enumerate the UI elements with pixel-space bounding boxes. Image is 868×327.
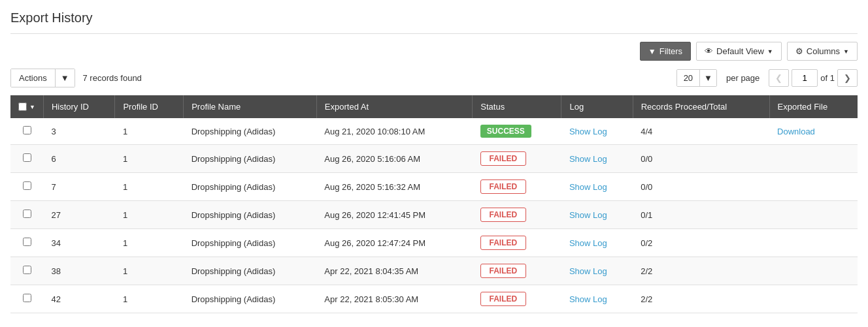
cell-log: Show Log (561, 201, 633, 229)
header-profile-name: Profile Name (184, 95, 317, 118)
cell-profile-name: Dropshipping (Adidas) (184, 285, 317, 313)
cell-exported-file (769, 229, 858, 257)
row-checkbox-cell (10, 145, 43, 173)
toolbar-left: Actions ▼ 7 records found (10, 69, 142, 87)
chevron-left-icon: ❮ (775, 73, 782, 83)
table-row: 381Dropshipping (Adidas)Apr 22, 2021 8:0… (10, 257, 858, 285)
cell-log: Show Log (561, 173, 633, 201)
header-log: Log (561, 95, 633, 118)
cell-log: Show Log (561, 257, 633, 285)
cell-history-id: 3 (43, 118, 115, 145)
row-checkbox-cell (10, 201, 43, 229)
cell-profile-id: 1 (115, 229, 184, 257)
toolbar-bottom: Actions ▼ 7 records found 20 ▼ per page … (10, 69, 858, 87)
toolbar-right: 20 ▼ per page ❮ of 1 ❯ (676, 69, 858, 87)
cell-status: SUCCESS (473, 118, 561, 145)
per-page-label: per page (726, 73, 760, 83)
status-badge: SUCCESS (480, 125, 531, 138)
filters-button[interactable]: ▼ Filters (640, 42, 691, 61)
row-checkbox[interactable] (23, 210, 31, 218)
cell-profile-id: 1 (115, 257, 184, 285)
actions-dropdown-arrow[interactable]: ▼ (55, 69, 75, 87)
cell-profile-id: 1 (115, 173, 184, 201)
cell-profile-name: Dropshipping (Adidas) (184, 118, 317, 145)
header-exported-at: Exported At (316, 95, 472, 118)
status-badge: FAILED (480, 208, 526, 222)
header-checkbox-cell: ▼ (10, 95, 43, 118)
header-profile-id: Profile ID (115, 95, 184, 118)
cell-profile-name: Dropshipping (Adidas) (184, 201, 317, 229)
row-checkbox[interactable] (23, 266, 31, 274)
cell-profile-name: Dropshipping (Adidas) (184, 173, 317, 201)
cell-status: FAILED (473, 201, 561, 229)
cell-profile-name: Dropshipping (Adidas) (184, 257, 317, 285)
show-log-link[interactable]: Show Log (569, 210, 607, 220)
show-log-link[interactable]: Show Log (569, 238, 607, 248)
chevron-down-icon: ▼ (767, 48, 773, 55)
cell-log: Show Log (561, 145, 633, 173)
cell-exported-at: Apr 22, 2021 8:05:30 AM (316, 285, 472, 313)
status-badge: FAILED (480, 264, 526, 278)
status-badge: FAILED (480, 151, 526, 166)
select-all-checkbox[interactable] (18, 102, 27, 111)
row-checkbox-cell (10, 285, 43, 313)
history-table: ▼ History ID Profile ID Profile Name Exp… (10, 95, 858, 313)
toolbar-top: ▼ Filters 👁 Default View ▼ ⚙ Columns ▼ (10, 42, 858, 61)
next-page-button[interactable]: ❯ (837, 69, 858, 87)
cell-history-id: 42 (43, 285, 115, 313)
table-row: 71Dropshipping (Adidas)Aug 26, 2020 5:16… (10, 173, 858, 201)
header-exported-file: Exported File (769, 95, 858, 118)
row-checkbox[interactable] (23, 181, 31, 190)
cell-records: 2/2 (633, 257, 769, 285)
chevron-right-icon: ❯ (844, 73, 851, 83)
show-log-link[interactable]: Show Log (569, 266, 607, 276)
chevron-down-icon: ▼ (843, 48, 849, 55)
prev-page-button[interactable]: ❮ (769, 69, 789, 87)
table-body: 31Dropshipping (Adidas)Aug 21, 2020 10:0… (10, 118, 858, 313)
cell-status: FAILED (473, 229, 561, 257)
download-link[interactable]: Download (777, 127, 815, 136)
page-number-input[interactable] (792, 69, 818, 87)
cell-status: FAILED (473, 145, 561, 173)
actions-label: Actions (11, 69, 55, 87)
gear-icon: ⚙ (795, 46, 803, 56)
show-log-link[interactable]: Show Log (569, 127, 607, 136)
chevron-down-icon[interactable]: ▼ (29, 104, 35, 110)
page-title: Export History (10, 10, 858, 34)
cell-exported-at: Aug 21, 2020 10:08:10 AM (316, 118, 472, 145)
row-checkbox-cell (10, 229, 43, 257)
header-status: Status (473, 95, 561, 118)
table-row: 421Dropshipping (Adidas)Apr 22, 2021 8:0… (10, 285, 858, 313)
cell-log: Show Log (561, 118, 633, 145)
cell-exported-at: Aug 26, 2020 5:16:06 AM (316, 145, 472, 173)
actions-dropdown[interactable]: Actions ▼ (10, 69, 75, 87)
cell-exported-at: Aug 26, 2020 12:47:24 PM (316, 229, 472, 257)
header-history-id: History ID (43, 95, 115, 118)
show-log-link[interactable]: Show Log (569, 294, 607, 304)
cell-exported-file (769, 201, 858, 229)
row-checkbox[interactable] (23, 153, 31, 162)
chevron-down-icon: ▼ (61, 73, 69, 83)
per-page-value: 20 (677, 70, 699, 86)
cell-exported-at: Apr 22, 2021 8:04:35 AM (316, 257, 472, 285)
cell-exported-file: Download (769, 118, 858, 145)
row-checkbox-cell (10, 257, 43, 285)
cell-history-id: 34 (43, 229, 115, 257)
row-checkbox[interactable] (23, 126, 31, 134)
cell-status: FAILED (473, 285, 561, 313)
columns-button[interactable]: ⚙ Columns ▼ (787, 42, 858, 61)
cell-profile-id: 1 (115, 118, 184, 145)
per-page-select[interactable]: 20 ▼ (676, 69, 717, 87)
cell-profile-id: 1 (115, 201, 184, 229)
per-page-arrow[interactable]: ▼ (699, 70, 716, 86)
show-log-link[interactable]: Show Log (569, 154, 607, 164)
show-log-link[interactable]: Show Log (569, 182, 607, 192)
row-checkbox[interactable] (23, 238, 31, 246)
filter-icon: ▼ (648, 47, 656, 56)
cell-profile-name: Dropshipping (Adidas) (184, 229, 317, 257)
cell-records: 2/2 (633, 285, 769, 313)
row-checkbox[interactable] (23, 294, 31, 302)
cell-records: 0/0 (633, 173, 769, 201)
status-badge: FAILED (480, 179, 526, 194)
default-view-button[interactable]: 👁 Default View ▼ (696, 42, 782, 61)
